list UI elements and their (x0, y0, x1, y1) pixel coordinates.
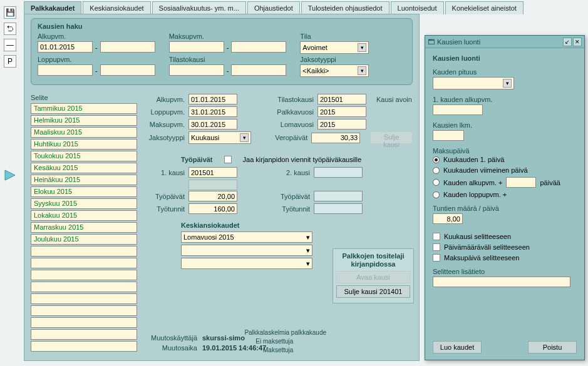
opt-kk1[interactable] (433, 156, 440, 163)
selite-item[interactable] (31, 258, 137, 268)
selite-item[interactable] (31, 341, 137, 352)
chevron-down-icon: ▾ (503, 79, 512, 88)
lisatieto-field[interactable] (433, 277, 570, 287)
alku-field-m[interactable] (433, 104, 483, 115)
opt-loppu[interactable] (433, 191, 440, 198)
lkm-field[interactable] (433, 130, 464, 141)
tab-sosiaali[interactable]: Sosiaalivakuutus- ym. m... (152, 1, 246, 14)
tilastokausi-to[interactable] (231, 64, 286, 76)
tilasto-label: Tilastokausi (270, 96, 314, 103)
tab-tulosteiden[interactable]: Tulosteiden ohjaustiedot (301, 1, 389, 14)
tuntia-field[interactable] (433, 213, 463, 224)
palkka-label: Palkkavuosi (270, 108, 314, 116)
chevron-down-icon: ▾ (240, 133, 249, 142)
veropaivat-field[interactable] (311, 133, 360, 143)
opt-alku-num[interactable] (506, 177, 536, 188)
selite-item[interactable]: Syyskuu 2015 (31, 198, 137, 209)
tp2-field[interactable] (314, 191, 363, 201)
kausi2-field[interactable] (314, 167, 363, 178)
poistu-button[interactable]: Poistu (528, 341, 577, 353)
alkupvm-from[interactable] (38, 41, 93, 53)
selite-item[interactable] (31, 270, 137, 280)
jaksotyyppi-select[interactable]: <Kaikki>▾ (300, 64, 369, 77)
loppupvm-to[interactable] (100, 64, 155, 76)
kausi1-spacer (188, 180, 237, 190)
tab-palkkakaudet[interactable]: Palkkakaudet (24, 1, 81, 14)
palkkavuosi-field[interactable] (317, 106, 366, 117)
loppupvm-field[interactable] (188, 106, 237, 117)
maksupvm-from[interactable] (169, 41, 224, 53)
tt-label: Työtunnit (145, 205, 185, 213)
tt2-field[interactable] (314, 203, 363, 214)
maksupvm-field[interactable] (188, 119, 237, 130)
selite-item[interactable] (31, 246, 137, 257)
line-button[interactable]: — (4, 39, 16, 51)
cb-maksu-selite[interactable] (433, 254, 440, 262)
tila-select[interactable]: Avoimet▾ (300, 41, 369, 54)
sulje-kausi-button[interactable]: Sulje kausi (370, 131, 413, 144)
cb-kk-selite[interactable] (433, 233, 440, 240)
selite-item[interactable]: Joulukuu 2015 (31, 234, 137, 245)
save-button[interactable]: 💾 (4, 6, 16, 19)
loppupvm-from[interactable] (38, 64, 93, 76)
jaksotyyppi-field[interactable]: Kuukausi▾ (188, 131, 251, 144)
lisatieto-label: Selitteen lisätieto (433, 268, 577, 275)
avaa-kausi-button[interactable]: Avaa kausi (336, 271, 410, 283)
opt-kkl[interactable] (433, 167, 440, 174)
exit-button[interactable]: ⮌ (4, 23, 16, 35)
cb-maksu-label: Maksupäivä selitteeseen (444, 254, 519, 262)
jaa-checkbox[interactable] (224, 156, 232, 163)
selite-item[interactable]: Marraskuu 2015 (31, 222, 137, 233)
selite-item[interactable]: Maaliskuu 2015 (31, 127, 137, 138)
selite-item[interactable] (31, 282, 137, 292)
selite-item[interactable]: Lokakuu 2015 (31, 210, 137, 221)
opt-alku[interactable] (433, 179, 440, 186)
cb-kk-label: Kuukausi selitteeseen (444, 233, 511, 240)
tab-keskiansiokaudet[interactable]: Keskiansiokaudet (83, 1, 150, 14)
loppupvm-label: Loppupvm. (38, 56, 155, 63)
jaa-label: Jaa kirjanpidon viennit työpäiväkausille (243, 156, 362, 163)
keskiansio-item[interactable]: Lomavuosi 2015▾ (181, 231, 312, 243)
alkupvm-field[interactable] (188, 94, 237, 104)
selite-item[interactable]: Toukokuu 2015 (31, 151, 137, 161)
tab-luontoisedut[interactable]: Luontoisedut (391, 1, 444, 14)
tilastokausi-field[interactable] (317, 94, 366, 104)
selite-item[interactable]: Elokuu 2015 (31, 186, 137, 197)
tosite-box: Palkkojen tositelaji kirjanpidossa Avaa … (333, 248, 414, 303)
tilastokausi-from[interactable] (169, 64, 224, 76)
help-button[interactable]: ↙ (563, 38, 572, 46)
selite-item[interactable]: Huhtikuu 2015 (31, 139, 137, 150)
selite-item[interactable]: Kesäkuu 2015 (31, 163, 137, 173)
keskiansio-heading: Keskiansiokaudet (181, 221, 413, 229)
selite-item[interactable] (31, 293, 137, 304)
chevron-down-icon: ▾ (306, 233, 310, 241)
p-button[interactable]: P (4, 55, 16, 68)
selite-item[interactable] (31, 329, 137, 340)
luo-kaudet-button[interactable]: Luo kaudet (433, 341, 482, 353)
tt1-field[interactable] (188, 203, 237, 214)
selite-item[interactable]: Helmikuu 2015 (31, 115, 137, 126)
tab-konekieliset[interactable]: Konekieliset aineistot (445, 1, 524, 14)
alkupvm-to[interactable] (100, 41, 155, 53)
keskiansio-item[interactable]: ▾ (181, 245, 312, 256)
chevron-down-icon: ▾ (306, 260, 310, 268)
opt-alku-label: Kauden alkupvm. + (443, 179, 502, 186)
kausi1-field[interactable] (188, 167, 237, 178)
lomavuosi-field[interactable] (317, 119, 366, 130)
tab-ohjaustiedot[interactable]: Ohjaustiedot (247, 1, 300, 14)
pituus-select[interactable]: ▾ (433, 77, 514, 89)
keskiansio-item[interactable]: ▾ (181, 258, 312, 269)
selite-item[interactable]: Heinäkuu 2015 (31, 175, 137, 185)
aika-label: Muutosaika (145, 344, 197, 352)
cb-pvm-selite[interactable] (433, 243, 440, 251)
sulje-kausi-archive-button[interactable]: Sulje kausi 201401 (336, 285, 410, 298)
loma-label: Lomavuosi (270, 121, 314, 128)
selite-item[interactable]: Tammikuu 2015 (31, 103, 137, 114)
tp1-field[interactable] (188, 191, 237, 201)
close-button[interactable]: ✕ (573, 38, 582, 46)
selite-item[interactable] (31, 317, 137, 328)
opt-loppu-label: Kauden loppupvm. + (443, 191, 507, 198)
selite-item[interactable] (31, 305, 137, 316)
muutos-user: skurssi-simo (202, 334, 245, 342)
maksupvm-to[interactable] (231, 41, 286, 53)
